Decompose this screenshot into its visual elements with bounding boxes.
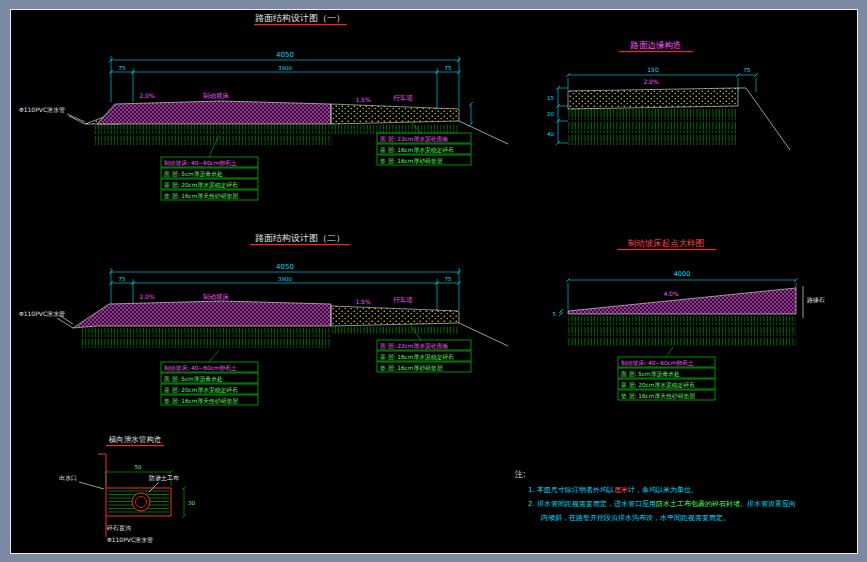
fig5-pipe-label: Φ110PVC泄水管 bbox=[107, 536, 153, 544]
fig2-edge-structure: 路面边缘构造 150 75 15 20 bbox=[547, 40, 790, 150]
layer-row-text: 基 层: 20cm厚水泥稳定碎石 bbox=[164, 181, 238, 189]
fig5-title: 横向泄水管构造 bbox=[109, 435, 162, 444]
layer-row-text: 面 层: 5cm厚沥青表处 bbox=[164, 375, 223, 383]
fig5-wrap-leader bbox=[149, 482, 159, 492]
fig3-dim-sub-mid: 3900 bbox=[278, 276, 292, 282]
fig1-title-underline bbox=[254, 24, 347, 25]
fig4-dim-top: 4000 bbox=[674, 270, 691, 278]
layer-row-text: 基 层: 16cm厚水泥稳定碎石 bbox=[380, 353, 454, 361]
fig2-dim-top: 150 bbox=[647, 66, 659, 73]
note-1-part-b: 厘米 bbox=[614, 486, 628, 494]
fig3-layer-table-a: 制动坡床: 40~60cm卵石土 面 层: 5cm厚沥青表处 基 层: 20cm… bbox=[161, 350, 258, 405]
fig5-outlet-leader bbox=[79, 482, 104, 489]
layer-row-text: 制动坡床: 40~60cm卵石土 bbox=[164, 159, 237, 167]
fig5-title-underline bbox=[106, 445, 164, 446]
fig2-dim-left-3: 40 bbox=[547, 131, 554, 137]
note-1-part-a: 1. 本图尺寸除注明者外均以 bbox=[528, 485, 614, 494]
fig3-subgrade-hatch-3 bbox=[332, 327, 459, 334]
fig1-zone-left-label: 制动坡床 bbox=[203, 92, 230, 100]
layer-row-text: 垫 层: 16cm厚砂砾垫层 bbox=[380, 157, 443, 165]
fig4-brake-bed-wedge-hatch bbox=[568, 288, 796, 314]
fig2-subgrade-hatch-1 bbox=[568, 109, 736, 120]
fig2-subgrade-hatch-3 bbox=[568, 135, 736, 145]
layer-row-text: 基 层: 20cm厚水泥稳定碎石 bbox=[164, 386, 238, 394]
fig5-dim-top: 50 bbox=[135, 464, 142, 470]
fig5-outlet-label: 出水口 bbox=[59, 474, 77, 482]
layer-row-text: 面 层: 5cm厚沥青表处 bbox=[621, 370, 680, 378]
fig3-dim-sub-right: 75 bbox=[445, 276, 452, 282]
fig4-subgrade-hatch-2 bbox=[568, 327, 796, 336]
layer-row-text: 垫 层: 16cm厚砂砾垫层 bbox=[380, 364, 443, 372]
note-2-part-a: 2. 排水管间距视需要而定，进水管口应用 bbox=[528, 499, 656, 508]
note-line-2-cont: 内倾斜，在路堑开挖段沿排水沟布设，水平间距视需要而定。 bbox=[541, 514, 730, 522]
fig2-dim-right: 75 bbox=[744, 67, 751, 73]
note-2-part-b: 防水土工布包裹的碎石封堵 bbox=[656, 499, 740, 508]
layer-row-text: 垫 层: 16cm厚天然砂砾垫层 bbox=[164, 397, 238, 405]
fig2-surface-hatch bbox=[568, 88, 738, 109]
fig1-lane-hatch bbox=[331, 104, 459, 124]
fig1-title: 路面结构设计图（一） bbox=[255, 13, 345, 23]
fig5-dim-right: 30 bbox=[188, 500, 195, 506]
fig3-left-ground-line bbox=[57, 318, 73, 328]
fig2-title-underline bbox=[619, 51, 693, 52]
fig1-drain-leader bbox=[67, 114, 85, 122]
layer-row-text: 面 层: 5cm厚沥青表处 bbox=[164, 170, 223, 178]
fig1-dim-sub-right: 75 bbox=[445, 65, 452, 71]
fig1-slope-left-label: 2.0% bbox=[139, 92, 155, 99]
fig5-wrap-label: 防渗土工布 bbox=[149, 474, 179, 482]
note-line-2: 2. 排水管间距视需要而定，进水管口应用防水土工布包裹的碎石封堵。排水管设置应向 bbox=[528, 499, 796, 508]
cad-drawing: 路面结构设计图（一） 4050 75 3900 75 bbox=[11, 10, 857, 553]
fig3-zone-right-label: 行车道 bbox=[393, 296, 413, 304]
fig4-layer-table: 制动坡床: 40~60cm卵石土 面 层: 5cm厚沥青表处 基 层: 20cm… bbox=[618, 347, 715, 400]
fig4-brake-bed-detail: 制动坡床起点大样图 4000 5 4.0% 路缘石 bbox=[553, 238, 826, 400]
app-background: 路面结构设计图（一） 4050 75 3900 75 bbox=[0, 0, 867, 562]
layer-row-text: 基 层: 16cm厚水泥稳定碎石 bbox=[380, 146, 454, 154]
fig2-slope-label: 2.0% bbox=[643, 78, 659, 85]
fig4-title-underline bbox=[617, 249, 716, 250]
fig1-dim-total: 4050 bbox=[276, 51, 294, 59]
fig2-side-slope-line bbox=[746, 88, 790, 150]
fig4-dim-left: 5 bbox=[553, 311, 557, 317]
fig2-subgrade-hatch-2 bbox=[568, 122, 736, 133]
fig1-dim-sub-left: 75 bbox=[119, 65, 126, 71]
fig1-subgrade-hatch-2 bbox=[95, 136, 332, 145]
fig1-drain-label: Φ110PVC泄水管 bbox=[19, 106, 65, 114]
note-line-1: 1. 本图尺寸除注明者外均以厘米计，余均以米为单位。 bbox=[528, 485, 698, 494]
layer-row-text: 面 层: 22cm厚水泥砼面板 bbox=[380, 135, 448, 143]
fig1-left-ground-line bbox=[69, 116, 85, 124]
fig1-side-slope-line bbox=[459, 121, 508, 144]
notes-heading: 注: bbox=[514, 470, 526, 479]
fig4-subgrade-hatch-1 bbox=[568, 316, 796, 325]
fig5-drain-pipe-detail: 横向泄水管构造 bbox=[59, 435, 195, 544]
fig3-title-underline bbox=[250, 244, 350, 245]
fig3-brake-bed-hatch bbox=[73, 301, 331, 328]
fig3-title: 路面结构设计图（二） bbox=[255, 233, 345, 243]
fig1-brake-bed-hatch bbox=[97, 101, 331, 124]
fig4-right-label: 路缘石 bbox=[807, 296, 825, 304]
fig1-dim-sub-mid: 3900 bbox=[278, 65, 292, 71]
fig4-slope-label: 4.0% bbox=[663, 290, 679, 297]
fig3-drain-label: Φ110PVC泄水管 bbox=[19, 310, 65, 318]
fig5-pipe-outer-circle bbox=[132, 493, 150, 511]
fig1-pavement-design-1: 路面结构设计图（一） 4050 75 3900 75 bbox=[19, 13, 508, 200]
fig3-subgrade-hatch-1 bbox=[81, 328, 331, 337]
fig1-slope-right-label: 1.5% bbox=[355, 96, 371, 103]
fig3-zone-left-label: 制动坡床 bbox=[203, 293, 230, 301]
fig3-pavement-design-2: 路面结构设计图（二） 4050 75 3900 75 bbox=[19, 233, 508, 405]
fig4-title: 制动坡床起点大样图 bbox=[628, 238, 705, 248]
drawing-canvas[interactable]: 路面结构设计图（一） 4050 75 3900 75 bbox=[10, 9, 858, 554]
note-2-part-c: 。排水管设置应向 bbox=[740, 499, 796, 508]
layer-row-text: 制动坡床: 40~60cm卵石土 bbox=[164, 364, 237, 372]
fig2-dim-left-1: 15 bbox=[547, 95, 554, 101]
fig4-subgrade-hatch-3 bbox=[568, 338, 796, 346]
layer-row-text: 面 层: 22cm厚水泥砼面板 bbox=[380, 342, 448, 350]
layer-row-text: 制动坡床: 40~60cm卵石土 bbox=[621, 359, 694, 367]
layer-row-text: 基 层: 20cm厚水泥稳定碎石 bbox=[621, 381, 695, 389]
fig1-zone-right-label: 行车道 bbox=[393, 94, 413, 102]
fig3-slope-right-label: 1.5% bbox=[355, 298, 371, 305]
fig3-dim-total: 4050 bbox=[276, 263, 294, 271]
fig3-lane-hatch bbox=[331, 306, 459, 326]
layer-row-text: 垫 层: 16cm厚天然砂砾垫层 bbox=[621, 392, 695, 400]
note-1-part-c: 计，余均以米为单位。 bbox=[628, 486, 698, 494]
fig2-dim-left-2: 20 bbox=[547, 111, 554, 117]
